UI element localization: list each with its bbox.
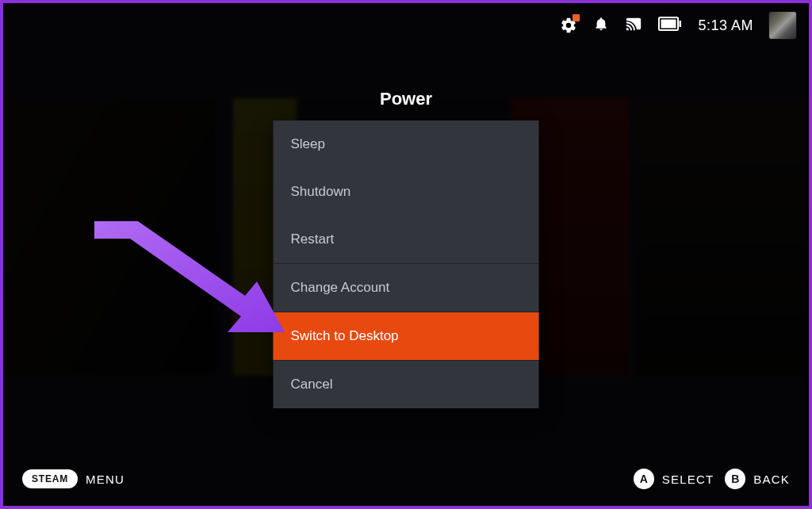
avatar[interactable]	[769, 12, 796, 39]
menu-item-cancel[interactable]: Cancel	[274, 361, 539, 408]
menu-label: Restart	[291, 232, 335, 247]
bell-icon[interactable]	[593, 16, 609, 35]
menu-label: Switch to Desktop	[291, 328, 399, 344]
steam-pill: STEAM	[22, 469, 78, 488]
power-menu-title: Power	[380, 89, 432, 109]
menu-item-shutdown[interactable]: Shutdown	[274, 168, 539, 216]
power-menu: Sleep Shutdown Restart Change Account Sw…	[274, 121, 539, 408]
menu-item-sleep[interactable]: Sleep	[274, 121, 539, 168]
svg-rect-1	[661, 20, 676, 29]
menu-label: Cancel	[291, 377, 333, 392]
clock: 5:13 AM	[698, 17, 753, 34]
status-bar: 5:13 AM	[560, 11, 796, 40]
menu-item-restart[interactable]: Restart	[274, 216, 539, 263]
battery-icon[interactable]	[658, 17, 682, 34]
menu-label: Change Account	[291, 280, 390, 296]
footer-hints: STEAM MENU A SELECT B BACK	[3, 463, 809, 495]
a-label: SELECT	[662, 473, 714, 486]
a-select-hint[interactable]: A SELECT	[634, 469, 714, 489]
menu-item-change-account[interactable]: Change Account	[274, 264, 539, 312]
settings-alert-dot	[573, 14, 580, 21]
menu-label: Sleep	[291, 136, 325, 152]
menu-label: MENU	[86, 473, 124, 486]
b-button-icon: B	[725, 469, 745, 489]
menu-item-switch-to-desktop[interactable]: Switch to Desktop	[274, 312, 539, 360]
settings-icon[interactable]	[560, 17, 577, 34]
steam-menu-button[interactable]: STEAM MENU	[22, 469, 124, 488]
a-button-icon: A	[634, 469, 654, 489]
b-back-hint[interactable]: B BACK	[725, 469, 790, 489]
svg-rect-2	[680, 21, 682, 27]
cast-icon[interactable]	[625, 15, 642, 36]
menu-label: Shutdown	[291, 184, 351, 200]
b-label: BACK	[753, 473, 790, 486]
